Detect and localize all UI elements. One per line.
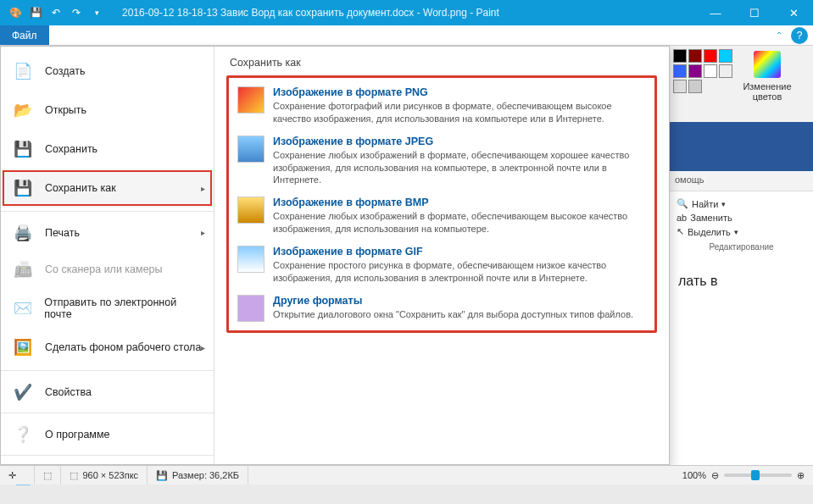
print-icon <box>13 223 33 243</box>
color-swatch[interactable] <box>673 49 687 63</box>
option-title: Изображение в формате GIF <box>273 246 646 258</box>
menu-item-mail[interactable]: Отправить по электронной почте <box>1 289 214 328</box>
menu-item-open[interactable]: Открыть <box>1 91 214 130</box>
window-controls: — ☐ ✕ <box>696 0 813 25</box>
menu-label: Печать <box>45 227 80 239</box>
option-title: Другие форматы <box>273 295 633 307</box>
save-icon[interactable]: 💾 <box>29 6 42 19</box>
menu-item-create[interactable]: Создать <box>1 52 214 91</box>
zoom-slider[interactable] <box>724 474 792 477</box>
open-file-icon <box>13 100 33 120</box>
collapse-ribbon-icon[interactable]: ⌃ <box>771 25 788 45</box>
properties-icon <box>13 382 33 402</box>
word-ribbon-bar <box>670 122 813 171</box>
color-swatch[interactable] <box>688 64 702 78</box>
select-icon: ↖ <box>677 226 684 237</box>
edit-colors-button[interactable]: Изменение цветов <box>738 46 797 122</box>
redo-icon[interactable]: ↷ <box>70 6 83 19</box>
submenu-header: Сохранить как <box>226 55 657 75</box>
status-selection: ⬚ <box>35 466 61 485</box>
mail-icon <box>13 298 32 318</box>
color-swatch[interactable] <box>673 64 687 78</box>
find-label: Найти <box>692 199 718 209</box>
undo-icon[interactable]: ↶ <box>49 6 63 19</box>
file-submenu: Сохранить как Изображение в формате PNGС… <box>214 47 669 464</box>
file-menu-list: Создать Открыть Сохранить Сохранить как▸… <box>1 47 214 464</box>
editing-group-label: Редактирование <box>677 239 806 252</box>
menu-label: О программе <box>45 429 109 440</box>
option-title: Изображение в формате PNG <box>273 86 646 98</box>
find-button[interactable]: 🔍Найти▾ <box>677 197 806 211</box>
file-tab[interactable]: Файл <box>0 25 49 45</box>
menu-item-print[interactable]: Печать▸ <box>1 211 214 250</box>
png-icon <box>237 86 265 114</box>
select-label: Выделить <box>688 227 731 237</box>
zoom-control: 100% ⊖ ⊕ <box>674 470 813 481</box>
save-as-gif[interactable]: Изображение в формате GIFСохранение прос… <box>231 241 653 290</box>
scanner-icon <box>13 259 33 280</box>
word-document-peek: омощь 🔍Найти▾ abЗаменить ↖Выделить▾ Реда… <box>669 122 813 485</box>
replace-button[interactable]: abЗаменить <box>677 211 806 224</box>
crosshair-icon: ✛ <box>8 470 16 481</box>
status-coords: ✛+ <box>0 466 35 485</box>
paint-app-icon: 🎨 <box>8 6 22 19</box>
dropdown-icon[interactable]: ▾ <box>734 228 738 236</box>
zoom-in-button[interactable]: ⊕ <box>797 470 805 481</box>
menu-item-desktop-bg[interactable]: Сделать фоном рабочего стола▸ <box>1 328 214 367</box>
help-icon[interactable]: ? <box>791 27 808 44</box>
color-swatch[interactable] <box>719 49 732 63</box>
selection-icon: ⬚ <box>43 470 52 481</box>
menu-item-save-as[interactable]: Сохранить как▸ <box>1 169 214 208</box>
maximize-button[interactable]: ☐ <box>735 0 774 25</box>
dimensions-icon: ⬚ <box>70 470 78 481</box>
workspace: Изменение цветов омощь 🔍Найти▾ abЗаменит… <box>0 46 813 485</box>
edit-colors-icon <box>754 51 781 78</box>
option-title: Изображение в формате BMP <box>273 197 646 208</box>
submenu-arrow-icon: ▸ <box>201 184 205 193</box>
color-swatch[interactable] <box>673 80 687 93</box>
color-swatch[interactable] <box>688 80 702 93</box>
replace-label: Заменить <box>690 213 732 223</box>
about-icon <box>13 424 33 445</box>
gif-icon <box>237 246 265 273</box>
option-desc: Сохранение любых изображений в формате, … <box>273 149 646 187</box>
dims-value: 960 × 523пкс <box>82 470 138 480</box>
word-document-text: лать в <box>670 257 813 306</box>
jpeg-icon <box>237 136 265 163</box>
save-as-png[interactable]: Изображение в формате PNGСохранение фото… <box>231 81 653 130</box>
save-icon <box>13 139 33 159</box>
option-title: Изображение в формате JPEG <box>273 136 646 147</box>
menu-item-save[interactable]: Сохранить <box>1 130 214 169</box>
menu-label: Создать <box>45 65 86 77</box>
minimize-button[interactable]: — <box>696 0 735 25</box>
menu-label: Свойства <box>45 386 92 398</box>
qat-dropdown-icon[interactable]: ▾ <box>90 6 103 19</box>
close-button[interactable]: ✕ <box>774 0 813 25</box>
select-button[interactable]: ↖Выделить▾ <box>677 224 806 239</box>
menu-label: Сохранить <box>45 143 97 155</box>
dropdown-icon[interactable]: ▾ <box>721 200 726 208</box>
size-value: Размер: 36,2КБ <box>172 470 239 480</box>
save-as-options: Изображение в формате PNGСохранение фото… <box>226 75 657 333</box>
word-editing-group: 🔍Найти▾ abЗаменить ↖Выделить▾ Редактиров… <box>670 191 813 257</box>
menu-label: Со сканера или камеры <box>45 263 163 275</box>
save-as-bmp[interactable]: Изображение в формате BMPСохранение любы… <box>231 191 653 241</box>
disk-icon: 💾 <box>156 470 168 481</box>
file-menu: Создать Открыть Сохранить Сохранить как▸… <box>0 46 670 465</box>
zoom-thumb[interactable] <box>751 470 760 480</box>
color-swatch[interactable] <box>719 64 732 78</box>
menu-bar: Файл ⌃ ? <box>0 25 813 46</box>
menu-item-about[interactable]: О программе <box>1 413 214 451</box>
edit-colors-label: Изменение цветов <box>738 81 797 102</box>
zoom-out-button[interactable]: ⊖ <box>711 470 719 481</box>
color-swatch[interactable] <box>704 64 717 78</box>
color-swatch[interactable] <box>704 49 717 63</box>
save-as-other[interactable]: Другие форматыОткрытие диалогового окна … <box>231 290 653 327</box>
save-as-jpeg[interactable]: Изображение в формате JPEGСохранение люб… <box>231 130 653 192</box>
color-swatch[interactable] <box>688 49 702 63</box>
option-desc: Сохранение фотографий или рисунков в фор… <box>273 100 646 125</box>
status-filesize: 💾Размер: 36,2КБ <box>148 466 248 485</box>
menu-item-scanner: Со сканера или камеры <box>1 250 214 289</box>
new-file-icon <box>13 61 33 81</box>
menu-item-properties[interactable]: Свойства <box>1 370 214 409</box>
